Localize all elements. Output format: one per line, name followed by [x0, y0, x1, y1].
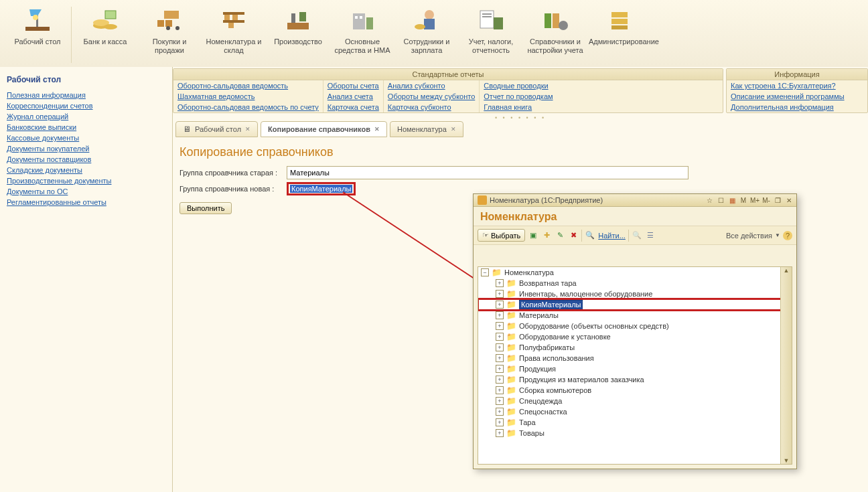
report-link[interactable]: Оборотно-сальдовая ведомость по счету	[173, 102, 323, 112]
ribbon-bank-kassa[interactable]: Банк и касса	[73, 3, 137, 67]
expand-icon[interactable]	[481, 268, 489, 276]
list-settings-icon[interactable]: ☰	[645, 230, 656, 241]
titlebar-close-icon[interactable]: ✕	[784, 195, 794, 205]
new-group-input-highlight[interactable]: КопияМатериалы	[287, 182, 356, 195]
all-actions-link[interactable]: Все действия	[726, 232, 772, 240]
tree-node[interactable]: 📁Товары	[478, 428, 792, 438]
delete-icon[interactable]: ✖	[568, 230, 579, 241]
info-link[interactable]: Описание изменений программы	[727, 91, 849, 102]
expand-icon[interactable]	[496, 365, 504, 373]
report-link[interactable]: Шахматная ведомость	[173, 91, 323, 102]
sidebar-link-4[interactable]: Кассовые документы	[7, 133, 172, 143]
tree-node[interactable]: 📁Права использования	[478, 353, 792, 363]
report-link[interactable]: Сводные проводки	[480, 80, 557, 91]
sidebar-link-1[interactable]: Корреспонденции счетов	[7, 100, 172, 111]
ribbon-spravochniki-nastroyki[interactable]: Справочники и настройки учета	[523, 3, 587, 67]
expand-icon[interactable]	[496, 301, 504, 309]
find-clear-icon[interactable]: 🔍	[632, 230, 642, 241]
expand-icon[interactable]	[496, 376, 504, 384]
ribbon-uchet-nalogi[interactable]: Учет, налоги, отчетность	[459, 3, 523, 67]
ribbon-rabochiy-stol[interactable]: Рабочий стол	[5, 3, 70, 67]
titlebar-calc-icon[interactable]: ☐	[716, 195, 725, 205]
ribbon-sotrudniki-zarplata[interactable]: Сотрудники и зарплата	[394, 3, 459, 67]
expand-icon[interactable]	[496, 311, 504, 319]
tab-close-icon[interactable]: ✕	[245, 126, 250, 133]
sidebar-link-0[interactable]: Полезная информация	[7, 90, 172, 100]
sidebar-link-6[interactable]: Документы поставщиков	[7, 154, 172, 165]
report-link[interactable]: Обороты счета	[323, 80, 383, 91]
panel-grip[interactable]: • • • • • • •	[173, 114, 868, 118]
execute-button[interactable]: Выполнить	[179, 202, 232, 214]
tree-node[interactable]: 📁Инвентарь, малоценное оборудование	[478, 289, 792, 299]
tree-node[interactable]: 📁КопияМатериалы	[478, 299, 792, 310]
sidebar-link-8[interactable]: Производственные документы	[7, 175, 172, 186]
tree-node[interactable]: 📁Спецоснастка	[478, 406, 792, 417]
sidebar-link-10[interactable]: Регламентированные отчеты	[7, 197, 172, 208]
expand-icon[interactable]	[496, 408, 504, 416]
dropdown-icon[interactable]: ▼	[775, 232, 780, 238]
titlebar-calendar-icon[interactable]: ▦	[727, 195, 737, 205]
old-group-input[interactable]	[287, 166, 689, 179]
expand-icon[interactable]	[496, 429, 504, 437]
tree-node[interactable]: 📁Спецодежда	[478, 396, 792, 406]
help-icon[interactable]: ?	[783, 231, 792, 240]
find-link[interactable]: Найти...	[598, 232, 626, 240]
report-link[interactable]: Главная книга	[480, 102, 557, 112]
expand-icon[interactable]	[496, 397, 504, 405]
scrollbar-vertical[interactable]	[780, 267, 792, 464]
tree-node[interactable]: 📁Полуфабрикаты	[478, 342, 792, 353]
titlebar-star-icon[interactable]: ☆	[705, 195, 714, 205]
report-link[interactable]: Отчет по проводкам	[480, 91, 557, 102]
ribbon-nomenklatura-sklad[interactable]: Номенклатура и склад	[202, 3, 266, 67]
report-link[interactable]: Обороты между субконто	[384, 91, 479, 102]
info-link[interactable]: Дополнительная информация	[727, 102, 849, 112]
expand-icon[interactable]	[496, 343, 504, 351]
tree-node[interactable]: 📁Материалы	[478, 310, 792, 321]
tree-node[interactable]: 📁Оборудование к установке	[478, 331, 792, 342]
ribbon-proizvodstvo[interactable]: Производство	[266, 3, 330, 67]
sidebar-link-7[interactable]: Складские документы	[7, 165, 172, 175]
tree-view[interactable]: 📁Номенклатура📁Возвратная тара📁Инвентарь,…	[478, 266, 792, 465]
sidebar-link-3[interactable]: Банковские выписки	[7, 122, 172, 133]
tab-close-icon[interactable]: ✕	[374, 126, 380, 133]
sidebar-link-5[interactable]: Документы покупателей	[7, 143, 172, 154]
expand-icon[interactable]	[496, 279, 504, 287]
tree-node[interactable]: 📁Тара	[478, 417, 792, 428]
report-link[interactable]: Оборотно-сальдовая ведомость	[173, 80, 323, 91]
edit-icon[interactable]: ✎	[555, 230, 565, 241]
expand-icon[interactable]	[496, 418, 504, 426]
select-button[interactable]: ☞Выбрать	[478, 229, 525, 242]
report-link[interactable]: Карточка счета	[323, 102, 383, 112]
tab-2[interactable]: Номенклатура✕	[390, 121, 463, 137]
create-icon[interactable]: ▣	[528, 230, 538, 241]
tree-node[interactable]: 📁Продукция	[478, 363, 792, 374]
tab-0[interactable]: 🖥Рабочий стол✕	[175, 121, 258, 137]
tab-close-icon[interactable]: ✕	[451, 126, 456, 133]
sidebar-link-9[interactable]: Документы по ОС	[7, 186, 172, 197]
titlebar-restore-icon[interactable]: ❐	[773, 195, 782, 205]
tree-node[interactable]: 📁Сборка компьютеров	[478, 385, 792, 396]
report-link[interactable]: Карточка субконто	[384, 102, 479, 112]
expand-icon[interactable]	[496, 290, 504, 298]
ribbon-osnovnye-sredstva[interactable]: Основные средства и НМА	[330, 3, 394, 67]
titlebar-mminus-button[interactable]: M-	[762, 195, 771, 205]
expand-icon[interactable]	[496, 386, 504, 394]
tab-1[interactable]: Копирование справочников✕	[261, 121, 387, 137]
find-icon[interactable]: 🔍	[585, 230, 595, 241]
report-link[interactable]: Анализ субконто	[384, 80, 479, 91]
info-link[interactable]: Как устроена 1С:Бухгалтерия?	[727, 80, 849, 91]
tree-node[interactable]: 📁Номенклатура	[478, 267, 792, 278]
titlebar-m-button[interactable]: M	[739, 195, 748, 205]
expand-icon[interactable]	[496, 354, 504, 362]
report-link[interactable]: Анализ счета	[323, 91, 383, 102]
dialog-titlebar[interactable]: Номенклатура (1С:Предприятие) ☆ ☐ ▦ M M+…	[474, 194, 796, 207]
tree-node[interactable]: 📁Возвратная тара	[478, 278, 792, 289]
ribbon-pokupki-prodazhi[interactable]: Покупки и продажи	[137, 3, 202, 67]
tree-node[interactable]: 📁Продукция из материалов заказчика	[478, 374, 792, 385]
tree-node[interactable]: 📁Оборудование (объекты основных средств)	[478, 321, 792, 331]
titlebar-mplus-button[interactable]: M+	[750, 195, 760, 205]
expand-icon[interactable]	[496, 322, 504, 330]
create-folder-icon[interactable]: ✚	[541, 230, 552, 241]
sidebar-link-2[interactable]: Журнал операций	[7, 111, 172, 122]
ribbon-administrirovanie[interactable]: Администрирование	[587, 3, 652, 67]
